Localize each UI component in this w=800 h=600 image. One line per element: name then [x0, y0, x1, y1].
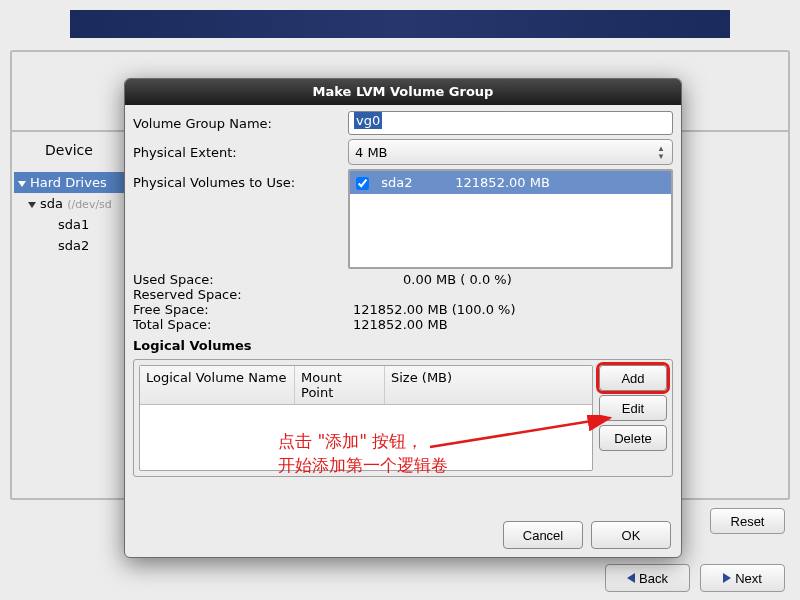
- pv-item-size: 121852.00 MB: [455, 175, 550, 190]
- tree-hard-drives[interactable]: Hard Drives: [14, 172, 134, 193]
- spinner-icon: ▴▾: [654, 144, 668, 160]
- tree-sda[interactable]: sda (/dev/sd: [14, 193, 134, 214]
- pv-checkbox[interactable]: [356, 177, 369, 190]
- lv-buttons: Add Edit Delete: [599, 365, 667, 471]
- top-banner: [70, 10, 730, 38]
- expand-icon: [18, 181, 26, 187]
- expand-icon: [28, 202, 36, 208]
- tree-hard-drives-label: Hard Drives: [30, 175, 107, 190]
- nav-buttons: Back Next: [605, 564, 785, 592]
- tree-sda-label: sda: [40, 196, 63, 211]
- arrow-right-icon: [723, 573, 731, 583]
- pe-label: Physical Extent:: [133, 145, 348, 160]
- cancel-button[interactable]: Cancel: [503, 521, 583, 549]
- dialog-title: Make LVM Volume Group: [125, 79, 681, 105]
- lv-heading: Logical Volumes: [133, 338, 673, 353]
- next-label: Next: [735, 571, 762, 586]
- arrow-left-icon: [627, 573, 635, 583]
- tree-sda2[interactable]: sda2: [14, 235, 134, 256]
- vg-name-label: Volume Group Name:: [133, 116, 348, 131]
- dialog-buttons: Cancel OK: [503, 521, 671, 549]
- reset-button[interactable]: Reset: [710, 508, 785, 534]
- total-label: Total Space:: [133, 317, 353, 332]
- used-value: 0.00 MB ( 0.0 %): [353, 272, 512, 287]
- pe-value: 4 MB: [355, 145, 388, 160]
- annotation-line2: 开始添加第一个逻辑卷: [278, 453, 448, 477]
- used-label: Used Space:: [133, 272, 353, 287]
- device-tree: Hard Drives sda (/dev/sd sda1 sda2: [14, 172, 134, 256]
- dialog-body: Volume Group Name: vg0 Physical Extent: …: [125, 105, 681, 557]
- annotation-line1: 点击 "添加" 按钮，: [278, 429, 448, 453]
- total-value: 121852.00 MB: [353, 317, 448, 332]
- pv-label: Physical Volumes to Use:: [133, 175, 348, 190]
- delete-button[interactable]: Delete: [599, 425, 667, 451]
- back-button[interactable]: Back: [605, 564, 690, 592]
- pe-combo[interactable]: 4 MB ▴▾: [348, 139, 673, 165]
- tree-sda-devpath: (/dev/sd: [67, 198, 112, 211]
- next-button[interactable]: Next: [700, 564, 785, 592]
- lv-col-name: Logical Volume Name: [140, 366, 295, 404]
- edit-button[interactable]: Edit: [599, 395, 667, 421]
- pv-item-name: sda2: [381, 175, 451, 190]
- lv-table-header: Logical Volume Name Mount Point Size (MB…: [140, 366, 592, 405]
- ok-button[interactable]: OK: [591, 521, 671, 549]
- annotation-text: 点击 "添加" 按钮， 开始添加第一个逻辑卷: [278, 429, 448, 477]
- reserved-label: Reserved Space:: [133, 287, 353, 302]
- free-value: 121852.00 MB (100.0 %): [353, 302, 516, 317]
- device-column-header: Device: [14, 134, 124, 166]
- back-label: Back: [639, 571, 668, 586]
- pv-list[interactable]: sda2 121852.00 MB: [348, 169, 673, 269]
- pv-item-sda2[interactable]: sda2 121852.00 MB: [350, 171, 671, 194]
- space-block: Used Space:0.00 MB ( 0.0 %) Reserved Spa…: [133, 272, 673, 332]
- free-label: Free Space:: [133, 302, 353, 317]
- lv-col-size: Size (MB): [385, 366, 592, 404]
- lv-col-mount: Mount Point: [295, 366, 385, 404]
- add-button[interactable]: Add: [599, 365, 667, 391]
- lvm-dialog: Make LVM Volume Group Volume Group Name:…: [124, 78, 682, 558]
- vg-name-value: vg0: [354, 112, 382, 129]
- vg-name-input[interactable]: vg0: [348, 111, 673, 135]
- tree-sda1[interactable]: sda1: [14, 214, 134, 235]
